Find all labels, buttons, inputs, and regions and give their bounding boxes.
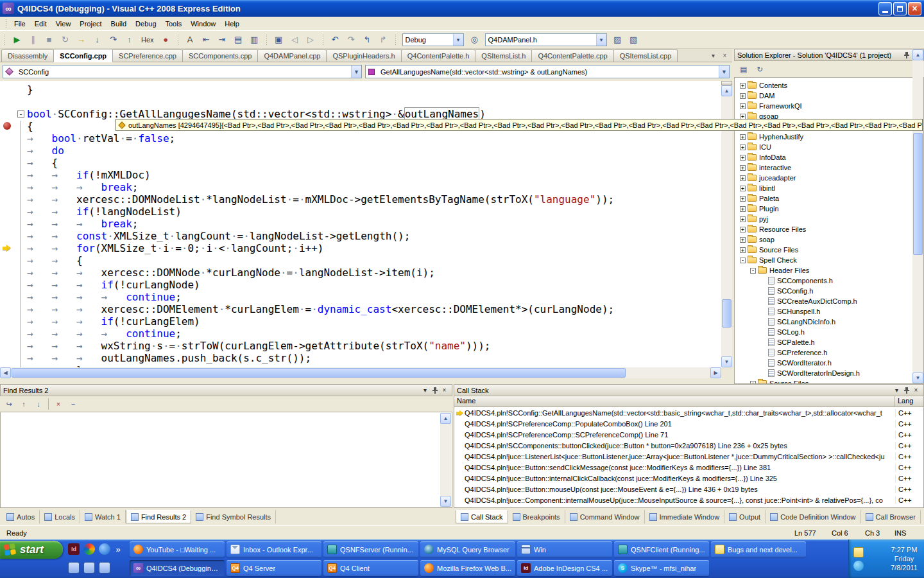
expand-toggle[interactable]: +	[740, 247, 746, 253]
tab-call-stack[interactable]: Call Stack	[456, 510, 508, 523]
chevron-down-icon[interactable]: ▼	[351, 66, 361, 78]
fold-margin[interactable]	[15, 303, 27, 315]
fold-margin[interactable]	[15, 291, 27, 303]
expand-toggle[interactable]: +	[740, 93, 746, 99]
quicklaunch-colors-icon-1[interactable]	[83, 543, 95, 555]
callstack-frame[interactable]: Q4IDCS4.pln!juce::Component::internalMou…	[454, 495, 923, 505]
tree-item-scpreference-h[interactable]: SCPreference.h	[735, 347, 923, 358]
menu-build[interactable]: Build	[107, 18, 131, 30]
tree-item-scworditeratorindesign-h[interactable]: SCWordIteratorInDesign.h	[735, 368, 923, 378]
indicator-margin[interactable]	[0, 120, 15, 132]
indicator-margin[interactable]	[0, 340, 15, 352]
scroll-down-icon[interactable]: ▼	[721, 356, 732, 367]
previous-bookmark-icon[interactable]: ◁	[287, 33, 302, 47]
next-location-icon[interactable]: ↓	[32, 398, 45, 410]
taskbar-button-qsnfclient-running[interactable]: QSNFClient (Running...	[614, 541, 709, 557]
expand-toggle[interactable]: +	[740, 227, 746, 232]
notes-tray-icon[interactable]	[853, 547, 864, 557]
taskbar-button-skype-mfsi-nihar[interactable]: Skype™ - mfsi_nihar	[614, 560, 709, 576]
close-icon[interactable]: ×	[440, 386, 449, 395]
scrollbar-thumb[interactable]	[913, 133, 923, 255]
scrollbar-thumb[interactable]	[12, 368, 626, 378]
tab-qspluginheaders-h[interactable]: QSPluginHeaders.h	[326, 49, 401, 62]
tab-qsitemslist-h[interactable]: QSItemsList.h	[475, 49, 532, 62]
fold-margin[interactable]: -	[15, 108, 27, 120]
tree-item-libintl[interactable]: +libintl	[735, 183, 923, 193]
fold-margin[interactable]	[15, 144, 27, 157]
expand-toggle[interactable]: +	[740, 196, 746, 202]
fold-margin[interactable]	[15, 96, 27, 108]
code-line[interactable]: → bool·retVal·=·false;	[0, 132, 721, 144]
fold-margin[interactable]	[15, 193, 27, 206]
tab-q4dampanel-cpp[interactable]: Q4DAMPanel.cpp	[257, 49, 327, 62]
expand-toggle[interactable]: +	[740, 103, 746, 109]
expand-toggle[interactable]: -	[740, 258, 746, 263]
tab-disassembly[interactable]: Disassembly	[1, 49, 54, 62]
menu-project[interactable]: Project	[75, 18, 106, 30]
tab-q4contentpalette-h[interactable]: Q4ContentPalette.h	[401, 49, 476, 62]
code-line[interactable]: → → → xercesc::DOMNode·*curLangNode·=·la…	[0, 267, 721, 279]
continue-icon[interactable]: ▶	[10, 33, 24, 47]
auto-hide-pin-icon[interactable]	[902, 386, 911, 395]
indicator-margin[interactable]	[0, 230, 15, 242]
menu-edit[interactable]: Edit	[30, 18, 51, 30]
indicator-margin[interactable]	[0, 108, 15, 120]
callstack-frame[interactable]: Q4IDCS4.pln!SCPreferenceComp::SCPreferen…	[454, 429, 923, 440]
hex-button[interactable]: Hex	[138, 33, 157, 47]
indicator-margin[interactable]	[0, 96, 15, 108]
callstack-frame[interactable]: Q4IDCS4.pln!juce::Button::internalClickC…	[454, 473, 923, 484]
tab-breakpoints[interactable]: Breakpoints	[508, 510, 565, 523]
indicator-margin[interactable]	[0, 315, 15, 328]
expand-toggle[interactable]: +	[740, 134, 746, 140]
chevron-down-icon[interactable]: ▾	[453, 34, 463, 46]
messenger-tray-icon[interactable]	[853, 561, 864, 571]
scroll-down-icon[interactable]: ▼	[912, 372, 923, 383]
properties-icon[interactable]: ▤	[737, 63, 751, 76]
tree-item-infodata[interactable]: +InfoData	[735, 152, 923, 162]
code-line[interactable]: → → → break;	[0, 181, 721, 193]
fold-margin[interactable]	[15, 242, 27, 254]
code-line[interactable]: → → {	[0, 254, 721, 267]
taskbar-button-bugs-and-next-devel[interactable]: Bugs and next devel...	[711, 541, 806, 557]
code-line[interactable]: → → → break;	[0, 218, 721, 230]
indicator-margin[interactable]	[0, 328, 15, 340]
expand-toggle[interactable]: +	[740, 165, 746, 171]
editor-horizontal-scrollbar[interactable]: ◀ ▶	[0, 367, 721, 378]
menu-help[interactable]: Help	[220, 18, 244, 30]
indicator-margin[interactable]	[0, 144, 15, 157]
callstack-frame[interactable]: Q4IDCS4.pln!SCPreferenceComp::PopulateCo…	[454, 418, 923, 429]
column-header-lang[interactable]: Lang	[895, 396, 923, 407]
tab-call-browser[interactable]: Call Browser	[861, 510, 921, 523]
split-window-handle[interactable]	[721, 81, 732, 85]
debug-configuration-combo[interactable]: Debug▾	[402, 33, 464, 46]
increase-indent-icon[interactable]: ⇥	[215, 33, 230, 47]
column-header-name[interactable]: Name	[454, 396, 895, 407]
tab-scpreference-cpp[interactable]: SCPreference.cpp	[112, 49, 183, 62]
minimize-button[interactable]	[878, 2, 892, 15]
fold-toggle[interactable]: -	[17, 110, 24, 118]
code-line[interactable]: → → xercesc::DOMNodeList·*langNodeList·=…	[0, 193, 721, 206]
code-line[interactable]	[0, 96, 721, 108]
indicator-margin[interactable]	[0, 83, 15, 96]
comment-selection-icon[interactable]: ▤	[231, 33, 246, 47]
fold-margin[interactable]	[15, 230, 27, 242]
clear-results-icon[interactable]: ×	[52, 398, 65, 410]
taskbar-button-qsnfserver-runnin[interactable]: QSNFServer (Runnin...	[323, 541, 418, 557]
taskbar-button-mozilla-firefox-web-b[interactable]: Mozilla Firefox Web B...	[420, 560, 515, 576]
expand-toggle[interactable]: +	[740, 186, 746, 191]
stop-debugging-icon[interactable]: ■	[42, 33, 56, 47]
maximize-button[interactable]	[893, 2, 907, 15]
fold-margin[interactable]	[15, 120, 27, 132]
code-line[interactable]: → → → if(!curLangNode)	[0, 279, 721, 291]
tree-item-schunspell-h[interactable]: SCHunspell.h	[735, 306, 923, 317]
uncomment-selection-icon[interactable]: ▥	[247, 33, 262, 47]
callstack-frame[interactable]: Q4IDCS4.pln!juce::Button::mouseUp(const …	[454, 484, 923, 495]
code-line[interactable]: → → if(!langNodeList)	[0, 206, 721, 218]
search-combo[interactable]: Q4DAMPanel.h▾	[485, 33, 607, 46]
indicator-margin[interactable]	[0, 279, 15, 291]
restart-icon[interactable]: ↻	[58, 33, 73, 47]
code-line[interactable]: → {	[0, 157, 721, 169]
chevron-down-icon[interactable]: ▼	[719, 66, 729, 78]
tree-item-icu[interactable]: +ICU	[735, 142, 923, 152]
tree-item-juceadapter[interactable]: +juceadapter	[735, 173, 923, 183]
